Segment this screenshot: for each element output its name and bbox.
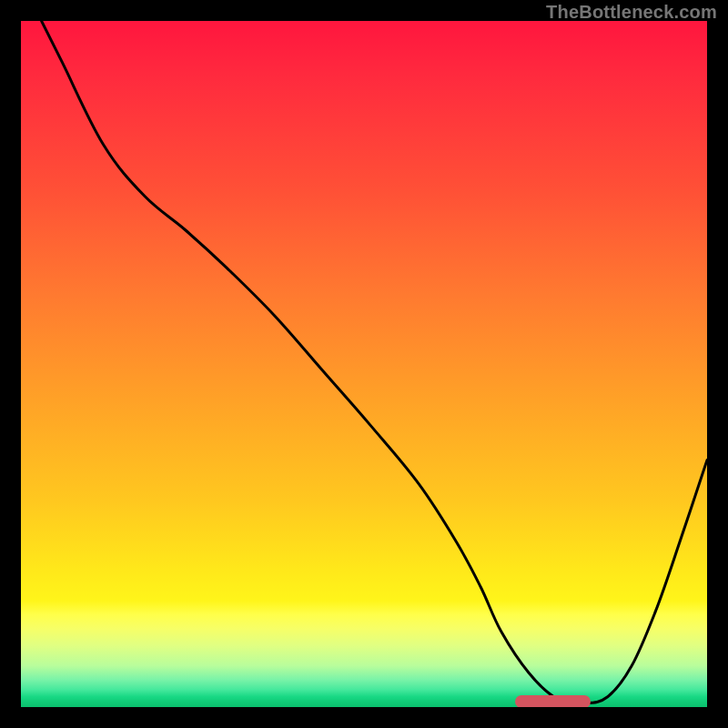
bottleneck-curve (21, 21, 707, 707)
plot-area (21, 21, 707, 707)
watermark-text: TheBottleneck.com (546, 2, 717, 23)
optimal-range-marker (515, 695, 591, 707)
chart-frame: TheBottleneck.com (0, 0, 728, 728)
